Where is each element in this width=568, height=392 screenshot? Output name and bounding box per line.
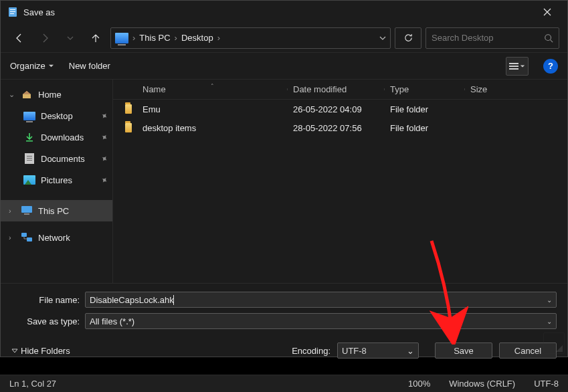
file-name: Emu — [137, 104, 288, 114]
sidebar-item-label: Home — [38, 90, 62, 100]
svg-rect-7 — [509, 68, 518, 70]
file-date: 26-05-2022 04:09 — [288, 104, 385, 114]
sidebar-item-thispc[interactable]: › This PC — [1, 200, 112, 221]
file-row[interactable]: Emu 26-05-2022 04:09 File folder — [113, 100, 567, 118]
column-header-size[interactable]: Size — [465, 84, 518, 94]
chevron-down-icon[interactable]: ⌄ — [547, 296, 552, 304]
toolbar: Organize New folder ? — [1, 53, 567, 80]
svg-rect-8 — [26, 140, 33, 142]
status-zoom[interactable]: 100% — [399, 375, 440, 392]
column-headers: ˄Name Date modified Type Size — [113, 80, 567, 100]
filename-field[interactable]: DisableCapsLock.ahk ⌄ — [85, 292, 557, 308]
new-folder-button[interactable]: New folder — [69, 61, 110, 71]
chevron-down-icon[interactable] — [379, 35, 386, 41]
status-encoding: UTF-8 — [525, 375, 568, 392]
search-box[interactable] — [425, 27, 559, 49]
encoding-select[interactable]: UTF-8 ⌄ — [337, 342, 419, 359]
network-icon — [21, 232, 33, 243]
chevron-down-icon[interactable]: ⌄ — [9, 90, 15, 99]
svg-rect-5 — [509, 63, 518, 64]
pc-icon — [115, 33, 128, 43]
home-icon — [21, 89, 33, 100]
sidebar-item-desktop[interactable]: Desktop ✦ — [1, 105, 112, 126]
view-options-button[interactable] — [506, 57, 529, 76]
file-list-area: ˄Name Date modified Type Size Emu 26-05-… — [113, 80, 567, 283]
pin-icon: ✦ — [99, 174, 111, 187]
svg-point-4 — [545, 34, 551, 40]
encoding-value: UTF-8 — [342, 346, 367, 356]
pin-icon: ✦ — [99, 153, 111, 165]
pictures-icon — [23, 175, 35, 185]
chevron-right-icon: › — [216, 33, 221, 43]
navigation-sidebar: ⌄ Home Desktop ✦ Downloads ✦ Docum — [1, 80, 113, 283]
breadcrumb-current[interactable]: Desktop — [179, 28, 216, 48]
column-header-date[interactable]: Date modified — [288, 84, 385, 94]
file-date: 28-05-2022 07:56 — [288, 123, 385, 133]
back-button[interactable] — [9, 27, 30, 49]
address-bar[interactable]: › This PC › Desktop › — [110, 27, 391, 49]
file-type: File folder — [385, 123, 465, 133]
chevron-down-icon — [48, 63, 54, 69]
svg-rect-3 — [10, 13, 14, 14]
file-name: desktop items — [137, 123, 288, 133]
folder-icon — [125, 104, 132, 114]
notepad-icon — [7, 7, 18, 17]
sidebar-item-label: Pictures — [41, 175, 72, 185]
sidebar-item-network[interactable]: › Network — [1, 227, 112, 248]
navigation-bar: › This PC › Desktop › — [1, 23, 567, 53]
saveastype-value: All files (*.*) — [90, 316, 134, 326]
up-button[interactable] — [85, 27, 106, 49]
saveastype-label: Save as type: — [11, 316, 85, 326]
chevron-right-icon[interactable]: › — [9, 207, 15, 215]
svg-rect-6 — [509, 66, 518, 67]
sidebar-item-documents[interactable]: Documents ✦ — [1, 148, 112, 169]
title-bar: Save as — [1, 1, 567, 23]
svg-rect-10 — [24, 213, 29, 215]
close-button[interactable] — [532, 1, 562, 23]
chevron-down-icon — [520, 64, 525, 69]
save-form: File name: DisableCapsLock.ahk ⌄ Save as… — [1, 283, 567, 336]
hide-folders-button[interactable]: Hide Folders — [11, 346, 70, 356]
dialog-title: Save as — [23, 7, 532, 17]
pin-icon: ✦ — [99, 110, 111, 122]
sidebar-item-downloads[interactable]: Downloads ✦ — [1, 126, 112, 148]
status-bar: Ln 1, Col 27 100% Windows (CRLF) UTF-8 — [0, 375, 568, 392]
sidebar-item-label: Desktop — [41, 111, 73, 121]
saveastype-field[interactable]: All files (*.*) ⌄ — [85, 313, 557, 329]
organize-button[interactable]: Organize — [10, 61, 54, 71]
column-header-name[interactable]: ˄Name — [137, 84, 288, 94]
encoding-label: Encoding: — [292, 346, 330, 356]
search-icon — [544, 33, 553, 43]
resize-grip[interactable] — [543, 332, 565, 354]
folder-icon — [125, 123, 132, 132]
chevron-right-icon: › — [173, 33, 179, 43]
refresh-button[interactable] — [395, 27, 421, 49]
action-bar: Hide Folders Encoding: UTF-8 ⌄ Save Canc… — [1, 336, 567, 368]
column-header-type[interactable]: Type — [385, 84, 465, 94]
svg-rect-11 — [21, 233, 27, 237]
sidebar-item-label: This PC — [38, 206, 69, 216]
chevron-down-icon: ⌄ — [407, 346, 414, 356]
chevron-right-icon: › — [131, 33, 136, 43]
chevron-down-icon[interactable]: ⌄ — [547, 318, 552, 325]
list-view-icon — [509, 62, 518, 70]
help-button[interactable]: ? — [543, 59, 558, 74]
chevron-right-icon[interactable]: › — [9, 233, 15, 241]
svg-rect-1 — [10, 9, 15, 10]
forward-button[interactable] — [34, 27, 56, 49]
file-row[interactable]: desktop items 28-05-2022 07:56 File fold… — [113, 118, 567, 137]
sidebar-item-home[interactable]: ⌄ Home — [1, 84, 112, 105]
filename-value: DisableCapsLock.ahk — [90, 295, 174, 305]
desktop-icon — [23, 112, 35, 120]
sidebar-item-label: Documents — [41, 154, 85, 164]
save-as-dialog: Save as › This PC › Desktop › — [0, 0, 568, 357]
main-area: ⌄ Home Desktop ✦ Downloads ✦ Docum — [1, 80, 567, 283]
sidebar-item-pictures[interactable]: Pictures ✦ — [1, 169, 112, 191]
status-eol: Windows (CRLF) — [440, 375, 525, 392]
save-button[interactable]: Save — [435, 342, 492, 359]
search-input[interactable] — [432, 33, 544, 43]
svg-rect-12 — [27, 237, 32, 241]
recent-locations-button[interactable] — [60, 27, 81, 49]
breadcrumb-root[interactable]: This PC — [136, 28, 173, 48]
pc-icon — [21, 205, 33, 216]
